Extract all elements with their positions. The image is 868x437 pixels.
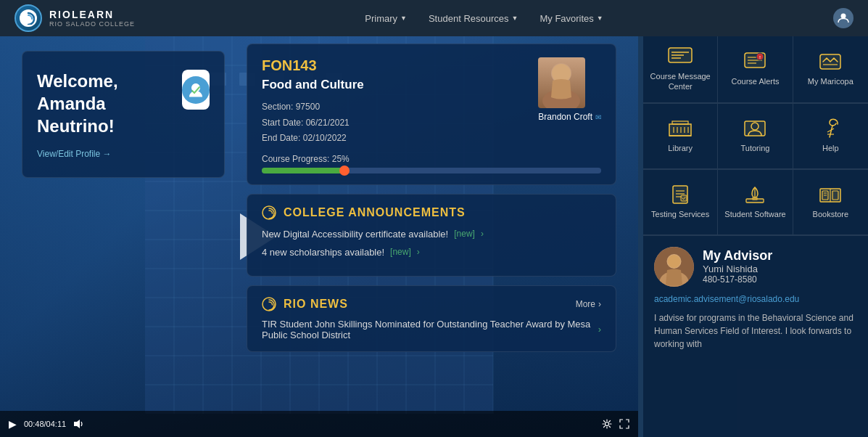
user-icon[interactable] <box>833 8 853 28</box>
nav-student-resources[interactable]: Student Resources ▼ <box>429 13 518 24</box>
settings-icon[interactable] <box>602 419 612 429</box>
advisor-photo <box>654 247 694 287</box>
main-content: ▶ 00:48/04:11 <box>0 36 868 437</box>
course-alerts-button[interactable]: ! Course Alerts <box>718 36 793 103</box>
logo-subtitle: RIO SALADO COLLEGE <box>49 20 135 28</box>
chevron-right-icon-1: › <box>481 229 484 239</box>
welcome-card: Welcome, Amanda Neutrino! View/Edit Prof… <box>22 51 225 178</box>
video-controls: ▶ 00:48/04:11 <box>0 411 638 437</box>
course-message-center-button[interactable]: Course Message Center <box>643 36 718 103</box>
instructor-photo-placeholder <box>538 57 585 108</box>
welcome-top: Welcome, Amanda Neutrino! <box>37 70 210 138</box>
svg-rect-67 <box>681 195 687 201</box>
news-left: RIO NEWS <box>262 297 348 311</box>
advisor-header: My Advisor Yumi Nishida 480-517-8580 <box>654 247 857 287</box>
news-card: RIO NEWS More › TIR Student John Skillin… <box>247 285 616 352</box>
svg-rect-72 <box>832 191 838 200</box>
course-message-center-label: Course Message Center <box>649 71 711 92</box>
advisor-avatar <box>654 247 694 287</box>
profile-check-icon <box>187 81 204 99</box>
announcement-item-2[interactable]: 4 new scholarships available! [new] › <box>262 247 601 258</box>
announcement-header: COLLEGE ANNOUNCEMENTS <box>262 205 601 220</box>
fullscreen-icon[interactable] <box>619 419 629 429</box>
tutoring-label: Tutoring <box>741 143 770 153</box>
announcement-icon <box>262 205 276 220</box>
chevron-right-icon-2: › <box>417 247 420 257</box>
bookstore-button[interactable]: Bookstore <box>793 170 868 235</box>
new-badge-2: [new] <box>390 247 411 257</box>
logo-text: RIOLEARN RIO SALADO COLLEGE <box>49 9 135 28</box>
svg-point-78 <box>668 255 681 268</box>
riolearn-news-icon <box>262 297 276 311</box>
right-panel: Course Message Center ! Course Alerts <box>643 36 868 437</box>
middle-panel: FON143 Food and Culture Section: 97500 S… <box>247 44 616 352</box>
tutoring-icon <box>742 118 768 139</box>
course-section: Section: 97500 <box>262 99 364 115</box>
grid-row-3: Testing Services Student Software <box>643 170 868 236</box>
video-time: 00:48/04:11 <box>24 420 66 428</box>
course-details: Section: 97500 Start Date: 06/21/2021 En… <box>262 99 364 147</box>
course-start-date: Start Date: 06/21/2021 <box>262 115 364 131</box>
advisor-title: My Advisor <box>703 248 857 264</box>
more-chevron-icon: › <box>598 299 601 309</box>
help-icon <box>817 118 843 139</box>
logo-swirl-icon <box>22 12 35 25</box>
testing-services-icon <box>667 184 693 205</box>
library-button[interactable]: Library <box>643 104 718 169</box>
course-header: FON143 Food and Culture Section: 97500 S… <box>262 57 601 147</box>
advisor-info: My Advisor Yumi Nishida 480-517-8580 <box>703 248 857 285</box>
news-header: RIO NEWS More › <box>262 297 601 311</box>
announcements-card: COLLEGE ANNOUNCEMENTS New Digital Access… <box>247 194 616 277</box>
nav-my-favorites[interactable]: My Favorites ▼ <box>540 13 603 24</box>
announcement-item-1[interactable]: New Digital Accessibility certificate av… <box>262 229 601 240</box>
course-card: FON143 Food and Culture Section: 97500 S… <box>247 44 616 185</box>
course-message-center-icon <box>667 46 693 67</box>
help-button[interactable]: Help <box>793 104 868 169</box>
library-icon <box>667 118 693 139</box>
svg-rect-52 <box>672 121 688 124</box>
nav-primary[interactable]: Primary ▼ <box>365 13 407 24</box>
announcement-text-2: 4 new scholarships available! <box>262 247 384 258</box>
volume-icon[interactable] <box>73 419 85 429</box>
news-more-link[interactable]: More › <box>576 299 601 309</box>
course-alerts-label: Course Alerts <box>731 76 779 86</box>
testing-services-button[interactable]: Testing Services <box>643 170 718 235</box>
library-label: Library <box>668 143 693 153</box>
video-play-button[interactable]: ▶ <box>9 418 17 430</box>
grid-row-1: Course Message Center ! Course Alerts <box>643 36 868 104</box>
svg-marker-32 <box>74 420 80 428</box>
student-software-icon <box>742 184 768 205</box>
news-item-1[interactable]: TIR Student John Skillings Nominated for… <box>262 319 601 340</box>
announcement-text-1: New Digital Accessibility certificate av… <box>262 229 448 240</box>
progress-label: Course Progress: 25% <box>262 154 601 164</box>
student-resources-chevron-icon: ▼ <box>512 15 518 22</box>
course-name: Food and Culture <box>262 78 364 92</box>
welcome-message: Welcome, Amanda Neutrino! <box>37 70 182 138</box>
advisor-phone: 480-517-8580 <box>703 274 857 285</box>
my-favorites-chevron-icon: ▼ <box>597 15 603 22</box>
news-title: RIO NEWS <box>284 298 348 311</box>
instructor-silhouette-icon <box>538 57 585 108</box>
view-edit-profile-link[interactable]: View/Edit Profile → <box>37 149 210 159</box>
advisor-bio: I advise for programs in the Behavioral … <box>654 311 857 351</box>
riolearn-logo-icon <box>262 205 276 220</box>
new-badge-1: [new] <box>454 229 475 239</box>
news-icon <box>262 297 276 311</box>
progress-section: Course Progress: 25% <box>262 154 601 173</box>
welcome-panel: Welcome, Amanda Neutrino! View/Edit Prof… <box>22 51 225 178</box>
tutoring-button[interactable]: Tutoring <box>718 104 793 169</box>
instructor-photo <box>538 57 585 108</box>
logo-circle <box>15 4 42 32</box>
news-chevron-icon: › <box>598 324 601 335</box>
bookstore-label: Bookstore <box>813 209 849 219</box>
svg-rect-59 <box>745 121 765 136</box>
profile-icon-box <box>182 70 210 110</box>
bookstore-icon <box>817 184 843 205</box>
student-software-button[interactable]: Student Software <box>718 170 793 235</box>
advisor-email[interactable]: academic.advisement@riosalado.edu <box>654 294 857 304</box>
logo-area: RIOLEARN RIO SALADO COLLEGE <box>15 4 135 32</box>
svg-text:!: ! <box>759 55 761 60</box>
my-maricopa-button[interactable]: My Maricopa <box>793 36 868 103</box>
announcement-title: COLLEGE ANNOUNCEMENTS <box>284 206 466 219</box>
course-alerts-icon: ! <box>742 52 768 72</box>
